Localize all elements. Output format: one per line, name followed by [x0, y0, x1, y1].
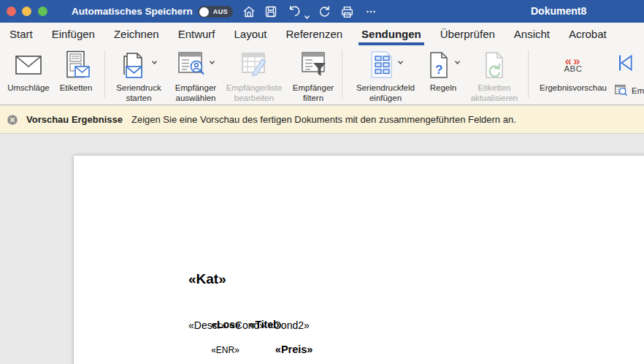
tab-referenzen[interactable]: Referenzen: [277, 23, 353, 45]
autosave-label: Automatisches Speichern: [72, 6, 193, 17]
minimize-window-button[interactable]: [22, 7, 31, 16]
group-separator: [104, 50, 105, 98]
label-line2: einfügen: [369, 94, 402, 102]
group-separator: [528, 50, 529, 98]
update-labels-icon: [481, 50, 507, 80]
printer-icon: [340, 4, 355, 20]
label-line2: starten: [126, 94, 151, 102]
tab-einfuegen[interactable]: Einfügen: [42, 23, 104, 45]
ergebnisvorschau-button[interactable]: «» ABC Ergebnisvorschau: [533, 47, 613, 104]
label-line1: Empfängerliste: [226, 83, 283, 92]
previous-record-icon: [639, 53, 644, 73]
label-line1: Seriendruck: [116, 83, 161, 92]
label-line1: Empfänger: [175, 83, 216, 92]
ergebnisvorschau-label: Ergebnisvorschau: [540, 83, 607, 94]
dismiss-infobar-icon[interactable]: [7, 114, 18, 126]
tab-ueberpruefen[interactable]: Überprüfen: [431, 23, 505, 45]
tab-start[interactable]: Start: [0, 23, 42, 45]
redo-button[interactable]: [316, 4, 332, 20]
label-line2: filtern: [303, 94, 323, 102]
print-button[interactable]: [339, 4, 355, 20]
etiketten-aktualisieren-button: Etikettenaktualisieren: [463, 47, 526, 104]
etiketten-button[interactable]: Etiketten: [53, 47, 99, 104]
fullscreen-window-button[interactable]: [38, 7, 47, 16]
find-recipient-icon: [614, 83, 629, 98]
select-recipients-icon: [176, 50, 207, 80]
empfaenger-filtern-button[interactable]: Empfängerfiltern: [285, 47, 342, 104]
merge-field-preis[interactable]: «Preis»: [275, 344, 313, 355]
ribbon-chrome: Start Einfügen Zeichnen Entwurf Layout R…: [0, 23, 644, 105]
dropdown-chevron-icon: [151, 60, 158, 65]
label-line2: bearbeiten: [234, 94, 274, 102]
previous-record-button[interactable]: [639, 53, 644, 75]
rules-icon: ?: [426, 50, 452, 80]
first-record-button[interactable]: [616, 53, 635, 75]
document-page[interactable]: «Kat» «Los»«Titel» «Descr» «Cond» «Cond2…: [74, 156, 644, 364]
empfaenger-auswaehlen-button[interactable]: Empfängerauswählen: [168, 47, 223, 104]
empfaengerliste-bearbeiten-button: Empfängerlistebearbeiten: [223, 47, 285, 104]
tab-sendungen[interactable]: Sendungen: [352, 23, 431, 45]
envelope-icon: [14, 53, 43, 77]
first-record-icon: [616, 53, 635, 73]
labels-icon: [61, 50, 91, 80]
label-line1: Etiketten: [478, 83, 511, 92]
abc-icon-text: ABC: [564, 65, 582, 73]
seriendruckfeld-einfuegen-button[interactable]: Seriendruckfeldeinfügen: [348, 47, 423, 104]
regeln-button[interactable]: ? Regeln: [423, 47, 463, 104]
empfaengerliste-bearbeiten-label: Empfängerlistebearbeiten: [226, 83, 283, 103]
tab-ansicht[interactable]: Ansicht: [505, 23, 559, 45]
tab-entwurf[interactable]: Entwurf: [169, 23, 225, 45]
etiketten-aktualisieren-label: Etikettenaktualisieren: [471, 83, 518, 103]
infobar-description: Zeigen Sie eine Vorschau des fertigen Do…: [131, 114, 516, 125]
dropdown-chevron-icon: [209, 60, 215, 65]
toggle-knob: [199, 7, 209, 17]
seriendruck-starten-button[interactable]: Seriendruckstarten: [110, 47, 168, 104]
dropdown-chevron-icon: [397, 60, 404, 65]
more-toolbar-button[interactable]: [363, 4, 379, 20]
seriendruckfeld-einfuegen-label: Seriendruckfeldeinfügen: [356, 83, 415, 103]
document-area: «Kat» «Los»«Titel» «Descr» «Cond» «Cond2…: [0, 134, 644, 364]
home-button[interactable]: [241, 4, 257, 20]
umschlaege-button[interactable]: Umschläge: [4, 47, 53, 104]
close-window-button[interactable]: [7, 7, 16, 16]
preview-results-icon: «» ABC: [564, 57, 582, 73]
insert-merge-field-icon: [367, 50, 395, 80]
label-line2: aktualisieren: [471, 94, 518, 102]
umschlaege-label: Umschläge: [7, 83, 50, 94]
ribbon-sendungen: Umschläge Etiketten: [0, 45, 644, 105]
label-line1: Empfänger: [293, 83, 334, 92]
empfaenger-filtern-label: Empfängerfiltern: [293, 83, 334, 103]
autosave-toggle[interactable]: AUS: [198, 6, 233, 18]
merge-field-line: «ENR»«Preis»: [188, 332, 313, 364]
dropdown-chevron-icon: [454, 60, 461, 65]
infobar-title: Vorschau Ergebnisse: [26, 114, 123, 125]
regeln-label: Regeln: [430, 83, 456, 94]
start-mail-merge-icon: [120, 50, 149, 80]
tab-layout[interactable]: Layout: [224, 23, 276, 45]
label-line2: auswählen: [176, 94, 216, 102]
empfaenger-auswaehlen-label: Empfängerauswählen: [175, 83, 216, 103]
tab-zeichnen[interactable]: Zeichnen: [104, 23, 169, 45]
merge-field-descr-line[interactable]: «Descr» «Cond» «Cond2»: [188, 319, 310, 331]
save-button[interactable]: [263, 4, 279, 20]
svg-text:?: ?: [435, 63, 442, 77]
undo-button[interactable]: [286, 4, 302, 20]
merge-field-kat[interactable]: «Kat»: [188, 271, 226, 287]
ellipsis-icon: [364, 5, 377, 18]
seriendruck-starten-label: Seriendruckstarten: [116, 83, 161, 103]
document-title: Dokument8: [531, 5, 586, 17]
home-icon: [242, 4, 256, 19]
empfaenger-suchen-button[interactable]: Em: [614, 83, 644, 98]
group-separator: [342, 50, 342, 98]
redo-icon: [317, 4, 331, 19]
merge-field-enr[interactable]: «ENR»: [211, 345, 239, 355]
word-window: Automatisches Speichern AUS: [0, 0, 644, 364]
label-line1: Seriendruckfeld: [356, 83, 415, 92]
tab-acrobat[interactable]: Acrobat: [559, 23, 616, 45]
edit-recipient-list-icon: [239, 50, 269, 80]
autosave-state: AUS: [213, 8, 228, 15]
preview-results-infobar: Vorschau Ergebnisse Zeigen Sie eine Vors…: [0, 106, 644, 134]
save-icon: [264, 4, 278, 19]
undo-dropdown-chevron[interactable]: [304, 10, 310, 23]
titlebar: Automatisches Speichern AUS: [0, 0, 644, 23]
